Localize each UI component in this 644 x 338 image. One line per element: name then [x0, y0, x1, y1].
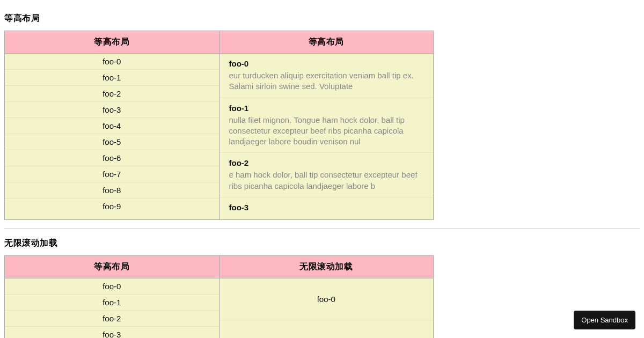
list-item[interactable]: foo-3 [5, 102, 219, 118]
list-item[interactable]: foo-3 [219, 197, 434, 219]
left-column-body[interactable]: foo-0foo-1foo-2foo-3foo-4foo-5foo-6foo-7… [5, 54, 219, 219]
list-item[interactable]: foo-1 [5, 295, 219, 311]
open-sandbox-button[interactable]: Open Sandbox [574, 311, 635, 329]
item-description: e ham hock dolor, ball tip consectetur e… [229, 170, 424, 192]
item-title: foo-1 [229, 104, 424, 113]
list-item[interactable]: foo-2 [5, 86, 219, 102]
list-item[interactable]: foo-0 [5, 278, 219, 295]
section-heading: 等高布局 [4, 13, 640, 24]
right-column-body[interactable]: foo-0eur turducken aliquip exercitation … [219, 54, 434, 219]
list-item[interactable]: foo-2e ham hock dolor, ball tip consecte… [219, 153, 434, 197]
layout-table-2: 等高布局 foo-0foo-1foo-2foo-3 无限滚动加载 foo-0fo… [4, 255, 434, 338]
list-item[interactable]: foo-5 [5, 134, 219, 150]
right-column: 等高布局 foo-0eur turducken aliquip exercita… [219, 31, 434, 219]
item-title: foo-3 [229, 203, 424, 212]
list-item[interactable]: foo-0 [5, 54, 219, 70]
left-column: 等高布局 foo-0foo-1foo-2foo-3foo-4foo-5foo-6… [5, 31, 219, 219]
left-column-body[interactable]: foo-0foo-1foo-2foo-3 [5, 278, 219, 338]
list-item[interactable]: foo-4 [5, 118, 219, 134]
list-item[interactable]: foo-1nulla filet mignon. Tongue ham hock… [219, 98, 434, 153]
item-description: eur turducken aliquip exercitation venia… [229, 70, 424, 92]
item-title: foo-2 [229, 158, 424, 167]
right-column: 无限滚动加载 foo-0foo-1 [219, 256, 434, 338]
column-header-right: 无限滚动加载 [219, 256, 434, 278]
list-item[interactable]: foo-1 [219, 320, 434, 338]
list-item[interactable]: foo-2 [5, 311, 219, 327]
list-item[interactable]: foo-3 [5, 327, 219, 338]
list-item[interactable]: foo-7 [5, 166, 219, 182]
section-heading: 无限滚动加载 [4, 238, 640, 249]
column-header-right: 等高布局 [219, 31, 434, 54]
item-title: foo-0 [229, 59, 424, 68]
list-item[interactable]: foo-8 [5, 182, 219, 199]
list-item[interactable]: foo-6 [5, 150, 219, 166]
item-description: nulla filet mignon. Tongue ham hock dolo… [229, 115, 424, 148]
list-item[interactable]: foo-0eur turducken aliquip exercitation … [219, 54, 434, 98]
column-header-left: 等高布局 [5, 31, 219, 54]
layout-table-1: 等高布局 foo-0foo-1foo-2foo-3foo-4foo-5foo-6… [4, 31, 434, 220]
list-item[interactable]: foo-1 [5, 70, 219, 86]
left-column: 等高布局 foo-0foo-1foo-2foo-3 [5, 256, 219, 338]
list-item[interactable]: foo-9 [5, 199, 219, 214]
column-header-left: 等高布局 [5, 256, 219, 278]
right-column-body[interactable]: foo-0foo-1 [219, 278, 434, 338]
list-item[interactable]: foo-0 [219, 278, 434, 320]
divider [4, 229, 640, 229]
